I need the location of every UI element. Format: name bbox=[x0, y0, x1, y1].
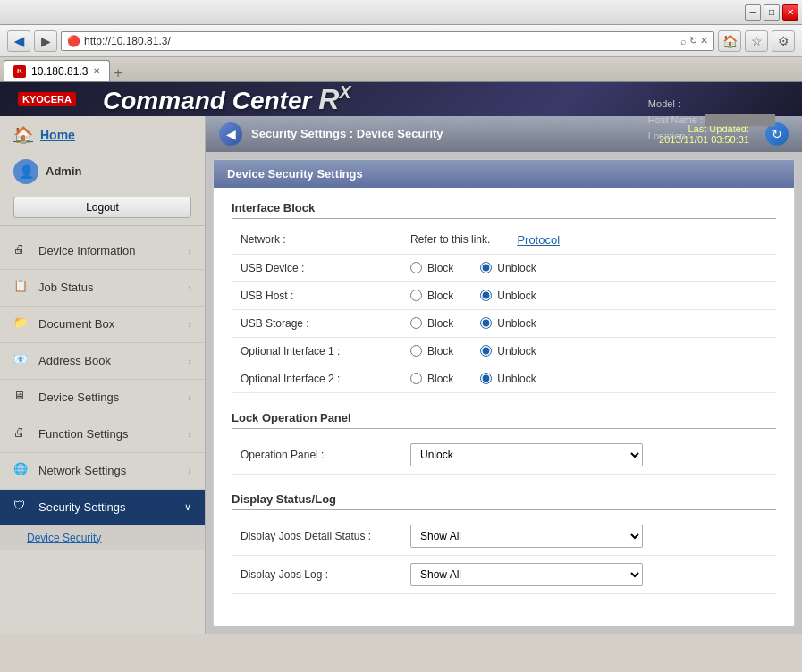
usb-storage-row: USB Storage : Block Unblock bbox=[232, 310, 776, 338]
tab-favicon: K bbox=[13, 65, 26, 78]
sidebar-user: 👤 Admin bbox=[0, 154, 205, 189]
back-button[interactable]: ◀ bbox=[7, 30, 30, 52]
job-status-icon: 📋 bbox=[13, 279, 31, 297]
unblock-radio-group[interactable]: Unblock bbox=[480, 317, 536, 330]
block-radio-usb-device[interactable] bbox=[410, 262, 422, 273]
chevron-right-icon: › bbox=[188, 466, 191, 476]
sidebar-item-label: Job Status bbox=[38, 281, 181, 294]
unblock-radio-opt1[interactable] bbox=[480, 345, 492, 357]
kyocera-box-text: KYOCERA bbox=[18, 92, 76, 106]
minimize-button[interactable]: ─ bbox=[745, 4, 761, 21]
operation-panel-select[interactable]: Unlock Lock bbox=[410, 443, 643, 466]
sidebar-item-label: Security Settings bbox=[38, 500, 177, 514]
block-radio-group[interactable]: Block bbox=[410, 262, 453, 274]
logout-button[interactable]: Logout bbox=[13, 197, 191, 218]
display-status-log-title: Display Status/Log bbox=[232, 492, 776, 510]
block-radio-usb-storage[interactable] bbox=[410, 317, 422, 329]
forward-button[interactable]: ▶ bbox=[34, 30, 57, 52]
display-status-log-section: Display Status/Log Display Jobs Detail S… bbox=[232, 492, 776, 594]
jobs-detail-select[interactable]: Show All Hide All bbox=[410, 525, 643, 548]
unblock-radio-usb-device[interactable] bbox=[480, 262, 492, 273]
header: KYOCERA Command Center RX Model : Host N… bbox=[0, 82, 802, 116]
unblock-label: Unblock bbox=[497, 262, 536, 274]
unblock-radio-usb-host[interactable] bbox=[480, 290, 492, 301]
sidebar-item-label: Network Settings bbox=[38, 464, 181, 477]
jobs-log-row: Display Jobs Log : Show All Hide All bbox=[232, 556, 776, 594]
usb-host-row: USB Host : Block Unblock bbox=[232, 282, 776, 310]
network-setting-row: Network : Refer to this link. Protocol bbox=[232, 226, 776, 255]
page-section-header: Device Security Settings bbox=[214, 160, 794, 188]
block-radio-usb-host[interactable] bbox=[410, 290, 422, 301]
sidebar-divider bbox=[0, 225, 205, 226]
settings-nav-button[interactable]: ⚙ bbox=[772, 30, 795, 52]
maximize-button[interactable]: □ bbox=[764, 4, 780, 21]
page: KYOCERA Command Center RX Model : Host N… bbox=[0, 82, 802, 629]
security-settings-icon: 🛡 bbox=[13, 499, 31, 517]
favorites-button[interactable]: ☆ bbox=[745, 30, 768, 52]
home-icon: 🏠 bbox=[13, 125, 33, 145]
address-icons: ⌕ ↻ ✕ bbox=[680, 35, 708, 46]
breadcrumb-back-button[interactable]: ◀ bbox=[219, 122, 242, 146]
jobs-detail-row: Display Jobs Detail Status : Show All Hi… bbox=[232, 517, 776, 556]
sidebar-item-function-settings[interactable]: 🖨 Function Settings › bbox=[0, 416, 205, 453]
sidebar-item-label: Function Settings bbox=[38, 427, 181, 441]
new-tab-button[interactable]: + bbox=[114, 65, 122, 81]
nav-bar: ◀ ▶ 🔴 http://10.180.81.3/ ⌕ ↻ ✕ 🏠 ☆ ⚙ bbox=[0, 25, 802, 57]
block-label: Block bbox=[427, 345, 453, 357]
unblock-radio-group[interactable]: Unblock bbox=[480, 373, 536, 385]
rx-logo: RX bbox=[318, 83, 350, 115]
sidebar-item-label: Device Information bbox=[38, 244, 181, 257]
settings-area: Interface Block Network : Refer to this … bbox=[214, 188, 794, 626]
unblock-radio-group[interactable]: Unblock bbox=[480, 290, 536, 302]
browser-tab[interactable]: K 10.180.81.3 ✕ bbox=[4, 60, 110, 81]
block-radio-group[interactable]: Block bbox=[410, 373, 453, 385]
kyocera-logo: KYOCERA bbox=[18, 92, 76, 106]
title-bar: ─ □ ✕ bbox=[0, 0, 802, 25]
unblock-radio-opt2[interactable] bbox=[480, 373, 492, 384]
sidebar-sub-device-security[interactable]: Device Security bbox=[0, 526, 205, 550]
sidebar-item-security-settings[interactable]: 🛡 Security Settings ∨ bbox=[0, 490, 205, 526]
unblock-radio-group[interactable]: Unblock bbox=[480, 345, 536, 357]
sidebar-item-device-information[interactable]: 🖨 Device Information › bbox=[0, 233, 205, 270]
sidebar-item-label: Address Book bbox=[38, 354, 181, 367]
block-radio-group[interactable]: Block bbox=[410, 345, 453, 357]
refresh-icon[interactable]: ↻ bbox=[689, 35, 697, 46]
block-label: Block bbox=[427, 262, 453, 274]
jobs-log-select[interactable]: Show All Hide All bbox=[410, 563, 643, 586]
operation-panel-label: Operation Panel : bbox=[232, 449, 410, 461]
username-label: Admin bbox=[46, 164, 81, 178]
network-settings-icon: 🌐 bbox=[13, 462, 31, 480]
sidebar-item-address-book[interactable]: 📧 Address Book › bbox=[0, 343, 205, 380]
block-label: Block bbox=[427, 317, 453, 330]
unblock-label: Unblock bbox=[497, 373, 536, 385]
tab-bar: K 10.180.81.3 ✕ + bbox=[0, 57, 802, 82]
sidebar-item-document-box[interactable]: 📁 Document Box › bbox=[0, 307, 205, 343]
content-area: 🏠 Home 👤 Admin Logout 🖨 Device Informati… bbox=[0, 116, 802, 634]
close-url-icon[interactable]: ✕ bbox=[700, 35, 708, 46]
chevron-right-icon: › bbox=[188, 282, 191, 293]
chevron-right-icon: › bbox=[188, 319, 191, 330]
sidebar-item-home[interactable]: 🏠 Home bbox=[0, 116, 205, 154]
interface-block-title: Interface Block bbox=[232, 201, 776, 219]
network-label: Network : bbox=[232, 233, 410, 246]
unblock-radio-usb-storage[interactable] bbox=[480, 317, 492, 329]
operation-panel-controls: Unlock Lock bbox=[410, 443, 776, 466]
jobs-log-label: Display Jobs Log : bbox=[232, 568, 410, 581]
block-radio-opt2[interactable] bbox=[410, 373, 422, 384]
sidebar-item-job-status[interactable]: 📋 Job Status › bbox=[0, 270, 205, 307]
page-content: Device Security Settings Interface Block… bbox=[213, 159, 795, 626]
sidebar-item-network-settings[interactable]: 🌐 Network Settings › bbox=[0, 453, 205, 490]
block-radio-opt1[interactable] bbox=[410, 345, 422, 357]
url-text: http://10.180.81.3/ bbox=[84, 35, 680, 47]
block-radio-group[interactable]: Block bbox=[410, 290, 453, 302]
block-radio-group[interactable]: Block bbox=[410, 317, 453, 330]
unblock-radio-group[interactable]: Unblock bbox=[480, 262, 536, 274]
protocol-link[interactable]: Protocol bbox=[517, 233, 560, 247]
home-nav-button[interactable]: 🏠 bbox=[718, 30, 741, 52]
close-button[interactable]: ✕ bbox=[782, 4, 798, 21]
sidebar-item-device-settings[interactable]: 🖥 Device Settings › bbox=[0, 380, 205, 416]
address-book-icon: 📧 bbox=[13, 352, 31, 370]
device-information-icon: 🖨 bbox=[13, 242, 31, 260]
tab-close-button[interactable]: ✕ bbox=[93, 66, 100, 76]
logout-button-container: Logout bbox=[13, 197, 191, 218]
